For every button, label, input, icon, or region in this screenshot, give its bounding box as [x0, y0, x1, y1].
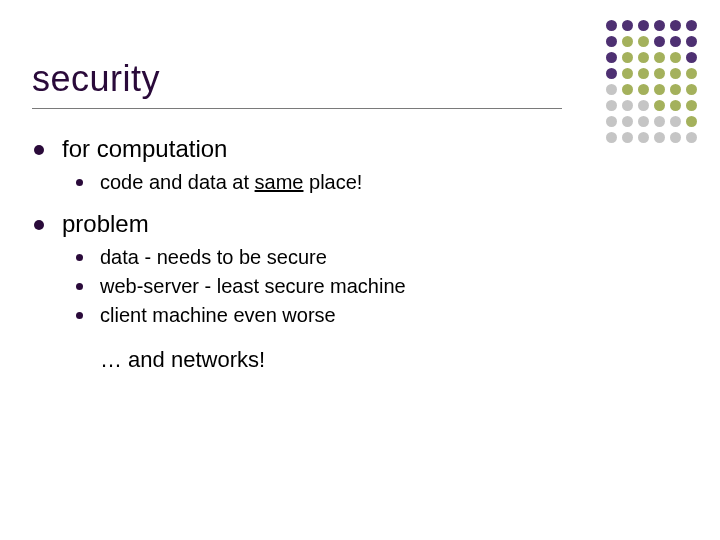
bullet-problem: problem data - needs to be secure web-se…: [32, 210, 592, 373]
text-fragment: code and data at: [100, 171, 255, 193]
dot: [638, 20, 649, 31]
dot: [670, 20, 681, 31]
dot: [622, 36, 633, 47]
bullet-label: problem: [62, 210, 149, 237]
dot: [606, 20, 617, 31]
dot: [606, 52, 617, 63]
dot: [670, 36, 681, 47]
dot: [686, 100, 697, 111]
dot: [654, 68, 665, 79]
dot: [606, 132, 617, 143]
dot: [686, 52, 697, 63]
dot: [686, 68, 697, 79]
dot: [606, 36, 617, 47]
dot: [622, 68, 633, 79]
dot: [654, 100, 665, 111]
dot: [638, 68, 649, 79]
dot: [622, 116, 633, 127]
dot: [606, 100, 617, 111]
sub-bullet: client machine even worse: [74, 302, 592, 329]
dot: [638, 132, 649, 143]
dot: [654, 20, 665, 31]
sub-bullet: data - needs to be secure: [74, 244, 592, 271]
sub-bullet: web-server - least secure machine: [74, 273, 592, 300]
dot: [622, 84, 633, 95]
dot: [670, 84, 681, 95]
trailer-text: … and networks!: [62, 347, 592, 373]
dot: [654, 132, 665, 143]
dot: [654, 116, 665, 127]
underlined-word: same: [255, 171, 304, 193]
dot: [654, 52, 665, 63]
dot: [606, 84, 617, 95]
text-fragment: place!: [303, 171, 362, 193]
dot: [686, 132, 697, 143]
dot: [670, 116, 681, 127]
dot: [622, 52, 633, 63]
bullet-label: for computation: [62, 135, 227, 162]
dot: [606, 68, 617, 79]
decorative-dot-grid: [604, 18, 698, 144]
dot: [638, 36, 649, 47]
dot: [670, 132, 681, 143]
dot: [670, 52, 681, 63]
dot: [638, 100, 649, 111]
dot: [686, 116, 697, 127]
dot: [638, 52, 649, 63]
dot: [622, 132, 633, 143]
dot: [670, 68, 681, 79]
dot: [638, 116, 649, 127]
dot: [622, 20, 633, 31]
bullet-for-computation: for computation code and data at same pl…: [32, 135, 592, 196]
dot: [638, 84, 649, 95]
slide-title: security: [32, 58, 160, 100]
sub-bullet: code and data at same place!: [74, 169, 592, 196]
dot: [686, 20, 697, 31]
dot: [606, 116, 617, 127]
dot: [686, 84, 697, 95]
dot: [670, 100, 681, 111]
dot: [686, 36, 697, 47]
dot: [622, 100, 633, 111]
dot: [654, 84, 665, 95]
title-underline: [32, 108, 562, 109]
dot: [654, 36, 665, 47]
slide-body: for computation code and data at same pl…: [32, 135, 592, 385]
